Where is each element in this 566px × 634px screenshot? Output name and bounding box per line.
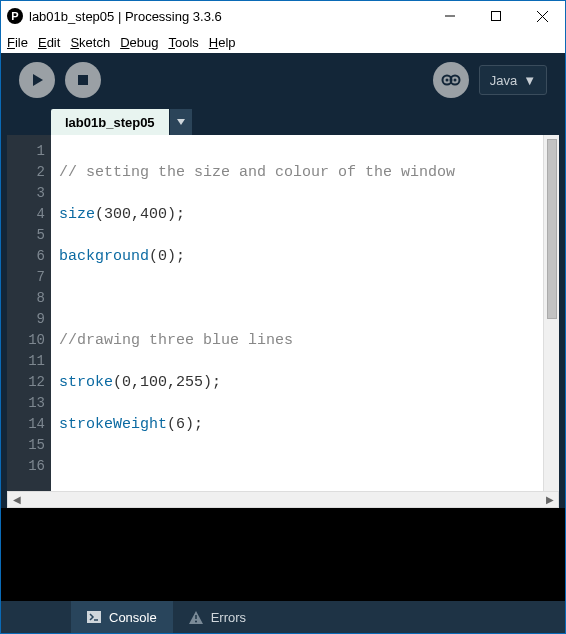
scroll-right-icon[interactable]: ▶ xyxy=(541,491,558,508)
window-title: lab01b_step05 | Processing 3.3.6 xyxy=(29,9,427,24)
toolbar: Java ▼ xyxy=(1,53,565,107)
mode-label: Java xyxy=(490,73,517,88)
console-icon xyxy=(87,611,101,623)
horizontal-scrollbar[interactable]: ◀ ▶ xyxy=(7,491,559,508)
svg-rect-5 xyxy=(78,75,88,85)
workbench: Java ▼ lab01b_step05 1234 5678 9101112 1… xyxy=(1,53,565,633)
menu-help[interactable]: Help xyxy=(205,34,240,51)
tab-row: lab01b_step05 xyxy=(1,107,565,135)
vertical-scrollbar[interactable] xyxy=(543,135,559,491)
scroll-left-icon[interactable]: ◀ xyxy=(8,491,25,508)
menu-edit[interactable]: Edit xyxy=(34,34,64,51)
editor-container: 1234 5678 9101112 13141516 // setting th… xyxy=(7,135,559,491)
sketch-tab[interactable]: lab01b_step05 xyxy=(51,109,169,135)
svg-marker-4 xyxy=(33,74,43,86)
chevron-down-icon: ▼ xyxy=(523,73,536,88)
app-icon: P xyxy=(7,8,23,24)
title-bar: P lab01b_step05 | Processing 3.3.6 xyxy=(1,1,565,31)
minimize-button[interactable] xyxy=(427,1,473,31)
menu-sketch[interactable]: Sketch xyxy=(66,34,114,51)
svg-rect-1 xyxy=(492,12,501,21)
warning-icon xyxy=(189,611,203,624)
mode-selector[interactable]: Java ▼ xyxy=(479,65,547,95)
run-button[interactable] xyxy=(19,62,55,98)
menu-tools[interactable]: Tools xyxy=(164,34,202,51)
menu-bar: File Edit Sketch Debug Tools Help xyxy=(1,31,565,53)
errors-tab[interactable]: Errors xyxy=(173,601,262,633)
menu-file[interactable]: File xyxy=(3,34,32,51)
close-button[interactable] xyxy=(519,1,565,31)
menu-debug[interactable]: Debug xyxy=(116,34,162,51)
vertical-scrollbar-thumb[interactable] xyxy=(547,139,557,319)
console-output xyxy=(1,508,565,601)
svg-point-8 xyxy=(445,79,448,82)
svg-point-9 xyxy=(453,79,456,82)
svg-point-15 xyxy=(195,620,197,622)
console-tab[interactable]: Console xyxy=(71,601,173,633)
line-gutter: 1234 5678 9101112 13141516 xyxy=(7,135,51,491)
svg-marker-10 xyxy=(177,119,185,125)
debug-button[interactable] xyxy=(433,62,469,98)
stop-button[interactable] xyxy=(65,62,101,98)
tab-menu-button[interactable] xyxy=(170,109,192,135)
bottom-bar: Console Errors xyxy=(1,601,565,633)
code-editor[interactable]: // setting the size and colour of the wi… xyxy=(51,135,559,491)
maximize-button[interactable] xyxy=(473,1,519,31)
